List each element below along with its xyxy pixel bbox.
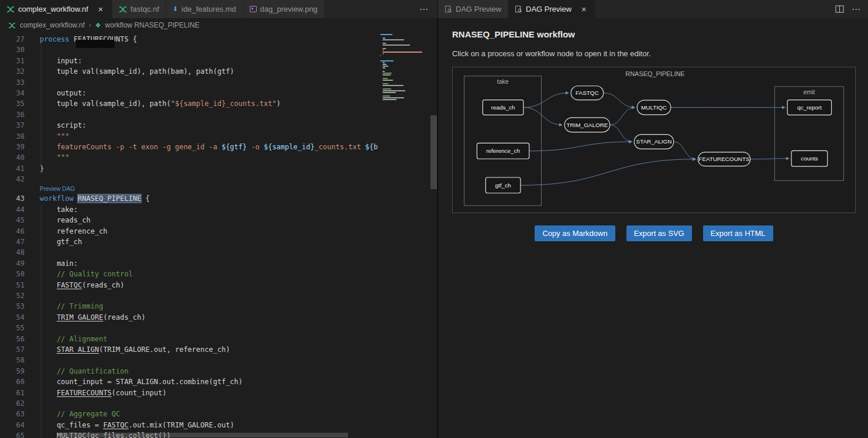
horizontal-scrollbar[interactable] bbox=[58, 433, 348, 437]
editor-tab-group-right: DAG Preview DAG Preview × ⋯ bbox=[438, 0, 868, 18]
code-line[interactable]: 63 // Aggregate QC bbox=[0, 409, 438, 419]
line-number: 54 bbox=[0, 312, 25, 323]
dag-panel-title: RNASEQ_PIPELINE workflow bbox=[452, 29, 854, 39]
code-line[interactable]: 54 TRIM_GALORE(reads_ch) bbox=[0, 312, 438, 323]
dag-edge-FEATURECOUNTS-to-counts bbox=[750, 159, 789, 159]
dag-node-qc_report[interactable]: qc_report bbox=[787, 100, 831, 115]
code-line[interactable]: 47 gtf_ch bbox=[0, 237, 438, 247]
dag-actions: Copy as Markdown Export as SVG Export as… bbox=[452, 225, 856, 241]
code-editor[interactable]: 27process FEATURECOUNTS {3031 input:32 t… bbox=[0, 32, 438, 438]
code-line[interactable]: 59 // Quantification bbox=[0, 366, 438, 377]
svg-text:STAR_ALIGN: STAR_ALIGN bbox=[636, 138, 672, 145]
dag-node-reads_ch[interactable]: reads_ch bbox=[483, 100, 523, 115]
dag-node-counts[interactable]: counts bbox=[791, 150, 828, 166]
code-line[interactable]: 60 count_input = STAR_ALIGN.out.combine(… bbox=[0, 377, 438, 387]
code-line[interactable]: 64 qc_files = FASTQC.out.mix(TRIM_GALORE… bbox=[0, 420, 438, 430]
code-line[interactable]: 62 bbox=[0, 398, 438, 409]
code-line[interactable]: 36 bbox=[0, 110, 438, 120]
dag-panel-subtitle: Click on a process or workflow node to o… bbox=[452, 49, 854, 58]
line-number: 36 bbox=[0, 110, 25, 120]
code-line[interactable]: 30 bbox=[0, 45, 438, 55]
line-number: 43 bbox=[0, 193, 25, 204]
breadcrumb-symbol[interactable]: workflow RNASEQ_PIPELINE bbox=[105, 21, 199, 29]
code-line[interactable]: 34 output: bbox=[0, 88, 438, 98]
svg-text:reads_ch: reads_ch bbox=[491, 104, 515, 111]
line-number: 41 bbox=[0, 163, 25, 174]
line-number: 27 bbox=[0, 34, 25, 45]
code-line[interactable]: 56 // Alignment bbox=[0, 334, 438, 344]
line-number: 35 bbox=[0, 98, 25, 109]
code-line[interactable]: 44 take: bbox=[0, 204, 438, 215]
folded-code-indicator[interactable] bbox=[76, 40, 115, 48]
codelens-preview-dag[interactable]: Preview DAG bbox=[0, 184, 438, 193]
code-line[interactable]: 53 // Trimming bbox=[0, 301, 438, 312]
code-line[interactable]: 52 bbox=[0, 290, 438, 301]
code-line[interactable]: 46 reference_ch bbox=[0, 226, 438, 237]
indent-guide bbox=[41, 45, 42, 174]
editor-group-actions: ⋯ bbox=[835, 0, 868, 18]
main-area: complex_workflow.nf › ❖ workflow RNASEQ_… bbox=[0, 18, 868, 438]
tab-dag-preview-2[interactable]: DAG Preview × bbox=[508, 0, 595, 18]
code-line[interactable]: 55 bbox=[0, 323, 438, 333]
dag-edge-TRIM_GALORE-to-STAR_ALIGN bbox=[610, 125, 632, 142]
dag-node-gtf_ch[interactable]: gtf_ch bbox=[485, 177, 521, 193]
code-line[interactable]: 41} bbox=[0, 163, 438, 174]
code-line[interactable]: 38 """ bbox=[0, 131, 438, 142]
more-actions-icon[interactable]: ⋯ bbox=[852, 4, 860, 15]
line-number: 58 bbox=[0, 355, 25, 365]
tab-fastqc-nf[interactable]: fastqc.nf bbox=[112, 0, 166, 18]
code-line[interactable]: 33 bbox=[0, 77, 438, 88]
code-line[interactable]: 45 reads_ch bbox=[0, 215, 438, 225]
code-line[interactable]: 39 featureCounts -p -t exon -g gene_id -… bbox=[0, 142, 438, 152]
line-number: 60 bbox=[0, 377, 25, 387]
vertical-scrollbar[interactable] bbox=[430, 115, 437, 189]
tab-dag-preview-1[interactable]: DAG Preview bbox=[438, 0, 508, 18]
dag-edge-reads_ch-to-FASTQC bbox=[523, 93, 569, 108]
dag-node-MULTIQC[interactable]: MULTIQC bbox=[637, 100, 671, 115]
tab-complex-workflow-nf[interactable]: complex_workflow.nf × bbox=[0, 0, 112, 18]
dag-node-TRIM_GALORE[interactable]: TRIM_GALORE bbox=[564, 118, 609, 132]
code-line[interactable]: 42 bbox=[0, 174, 438, 184]
code-line[interactable]: 61 FEATURECOUNTS(count_input) bbox=[0, 388, 438, 398]
more-tabs-icon[interactable]: ⋯ bbox=[419, 4, 428, 15]
code-line[interactable]: 43workflow RNASEQ_PIPELINE { bbox=[0, 193, 438, 204]
svg-text:TRIM_GALORE: TRIM_GALORE bbox=[566, 122, 608, 128]
code-line[interactable]: 49 main: bbox=[0, 258, 438, 269]
code-line[interactable]: 58 bbox=[0, 355, 438, 365]
dag-edge-STAR_ALIGN-to-FEATURECOUNTS bbox=[674, 142, 696, 159]
breadcrumb[interactable]: complex_workflow.nf › ❖ workflow RNASEQ_… bbox=[0, 18, 438, 32]
minimap[interactable] bbox=[380, 34, 426, 438]
dag-node-FASTQC[interactable]: FASTQC bbox=[571, 86, 604, 100]
tab-label: DAG Preview bbox=[456, 5, 501, 13]
copy-as-markdown-button[interactable]: Copy as Markdown bbox=[535, 225, 615, 241]
code-line[interactable]: 31 input: bbox=[0, 56, 438, 66]
export-as-html-button[interactable]: Export as HTML bbox=[703, 225, 773, 241]
code-line[interactable]: 48 bbox=[0, 247, 438, 258]
line-number: 40 bbox=[0, 152, 25, 163]
dag-node-STAR_ALIGN[interactable]: STAR_ALIGN bbox=[634, 135, 673, 149]
code-line[interactable]: 27process FEATURECOUNTS { bbox=[0, 34, 438, 45]
dag-node-reference_ch[interactable]: reference_ch bbox=[477, 143, 529, 159]
code-line[interactable]: 37 script: bbox=[0, 120, 438, 131]
line-number: 44 bbox=[0, 204, 25, 215]
dag-node-FEATURECOUNTS[interactable]: FEATURECOUNTS bbox=[698, 152, 750, 166]
code-line[interactable]: 35 tuple val(sample_id), path("${sample_… bbox=[0, 98, 438, 109]
code-line[interactable]: 57 STAR_ALIGN(TRIM_GALORE.out, reference… bbox=[0, 344, 438, 355]
cluster-label: take bbox=[497, 78, 509, 85]
nextflow-icon bbox=[6, 5, 15, 13]
code-line[interactable]: 32 tuple val(sample_id), path(bam), path… bbox=[0, 66, 438, 77]
code-line[interactable]: 51 FASTQC(reads_ch) bbox=[0, 280, 438, 290]
code-line[interactable]: 50 // Quality control bbox=[0, 269, 438, 279]
svg-text:qc_report: qc_report bbox=[797, 104, 822, 111]
close-icon[interactable]: × bbox=[96, 5, 105, 13]
tab-ide-features-md[interactable]: ⬇ ide_features.md bbox=[166, 0, 243, 18]
split-editor-icon[interactable] bbox=[835, 5, 844, 13]
close-icon[interactable]: × bbox=[579, 5, 588, 13]
code-line[interactable]: 40 """ bbox=[0, 152, 438, 163]
code-lines: 27process FEATURECOUNTS {3031 input:32 t… bbox=[0, 34, 438, 438]
tab-dag-preview-png[interactable]: dag_preview.png bbox=[243, 0, 325, 18]
image-file-icon bbox=[250, 6, 257, 12]
export-as-svg-button[interactable]: Export as SVG bbox=[626, 225, 692, 241]
breadcrumb-file[interactable]: complex_workflow.nf bbox=[20, 21, 85, 29]
dag-preview-pane: RNASEQ_PIPELINE workflow Click on a proc… bbox=[438, 18, 868, 438]
